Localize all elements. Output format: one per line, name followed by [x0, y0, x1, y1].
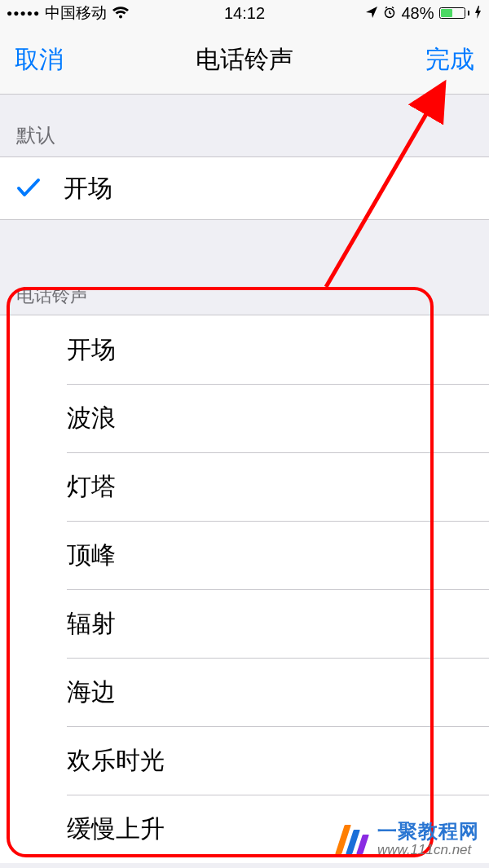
default-ringtone-label: 开场	[64, 172, 112, 205]
ringtone-item[interactable]: 开场	[0, 315, 489, 384]
page-title: 电话铃声	[196, 43, 293, 77]
ringtone-list: 开场 波浪 灯塔 顶峰 辐射 海边 欢乐时光 缓慢上升	[0, 315, 489, 863]
watermark-title: 一聚教程网	[377, 822, 479, 841]
watermark-url: www.111cn.net	[377, 843, 479, 857]
cancel-button[interactable]: 取消	[15, 43, 64, 77]
battery-icon	[439, 7, 470, 19]
done-button[interactable]: 完成	[425, 43, 474, 77]
watermark-logo-icon	[340, 825, 371, 854]
ringtone-item[interactable]: 顶峰	[0, 521, 489, 589]
wifi-icon	[112, 7, 130, 20]
ringtone-item[interactable]: 辐射	[0, 589, 489, 658]
status-bar: ●●●●● 中国移动 14:12 48%	[0, 0, 489, 26]
signal-strength-icon: ●●●●●	[7, 7, 40, 19]
charging-icon	[474, 4, 482, 23]
ringtone-item[interactable]: 欢乐时光	[0, 726, 489, 795]
battery-percent: 48%	[401, 4, 434, 23]
section-gap	[0, 220, 489, 269]
section-header-ringtones: 电话铃声	[0, 269, 489, 315]
section-header-default: 默认	[0, 95, 489, 156]
navigation-bar: 取消 电话铃声 完成	[0, 26, 489, 95]
carrier-label: 中国移动	[45, 2, 107, 24]
ringtone-item[interactable]: 波浪	[0, 384, 489, 452]
watermark: 一聚教程网 www.111cn.net	[340, 822, 479, 857]
location-icon	[365, 4, 378, 23]
ringtone-item[interactable]: 海边	[0, 658, 489, 726]
ringtone-item[interactable]: 灯塔	[0, 452, 489, 521]
status-time: 14:12	[224, 4, 265, 23]
alarm-icon	[383, 4, 396, 23]
default-ringtone-row[interactable]: 开场	[0, 156, 489, 220]
checkmark-icon	[16, 178, 64, 199]
